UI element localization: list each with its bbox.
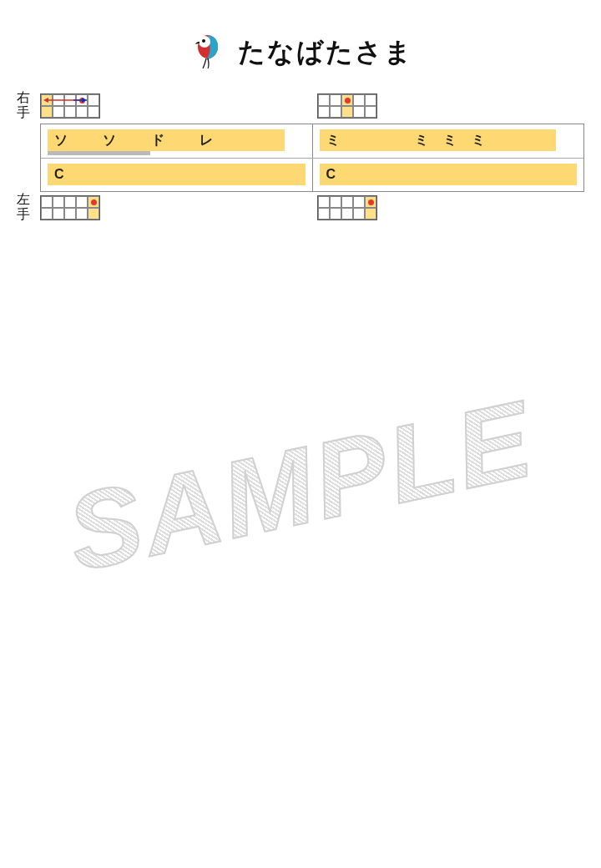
note: ミ <box>415 132 428 149</box>
header: たなばたさま <box>0 0 601 90</box>
svg-point-2 <box>202 39 205 43</box>
bird-icon <box>188 32 226 73</box>
page-title: たなばたさま <box>238 34 413 71</box>
measure-2-chord: C <box>313 159 584 191</box>
chord-row: C C <box>41 158 583 191</box>
fingering-grid-right-2 <box>317 93 377 119</box>
note: ソ <box>54 132 68 149</box>
sample-watermark: SAMPLE <box>57 376 545 596</box>
fingering-grid-right-1 <box>40 93 100 119</box>
note: ミ <box>443 132 457 149</box>
duration-bar <box>48 151 150 155</box>
fingering-grid-left-1 <box>40 195 100 220</box>
chord-label: C <box>326 167 336 182</box>
notation-bars: ソソドレ ミミミミ C C <box>40 124 584 192</box>
measure-1-melody: ソソドレ <box>41 124 313 158</box>
note: ミ <box>326 132 340 149</box>
measure-2-melody: ミミミミ <box>313 124 584 158</box>
measure-1-chord: C <box>41 159 313 191</box>
right-hand-label: 右手 <box>15 90 32 120</box>
left-hand-label: 左手 <box>15 192 32 222</box>
fingering-grid-left-2 <box>317 195 377 220</box>
note: ソ <box>103 132 116 149</box>
chord-label: C <box>54 167 64 182</box>
note: レ <box>199 132 213 149</box>
melody-row: ソソドレ ミミミミ <box>41 124 583 158</box>
note: ミ <box>472 132 485 149</box>
note: ド <box>151 132 164 149</box>
